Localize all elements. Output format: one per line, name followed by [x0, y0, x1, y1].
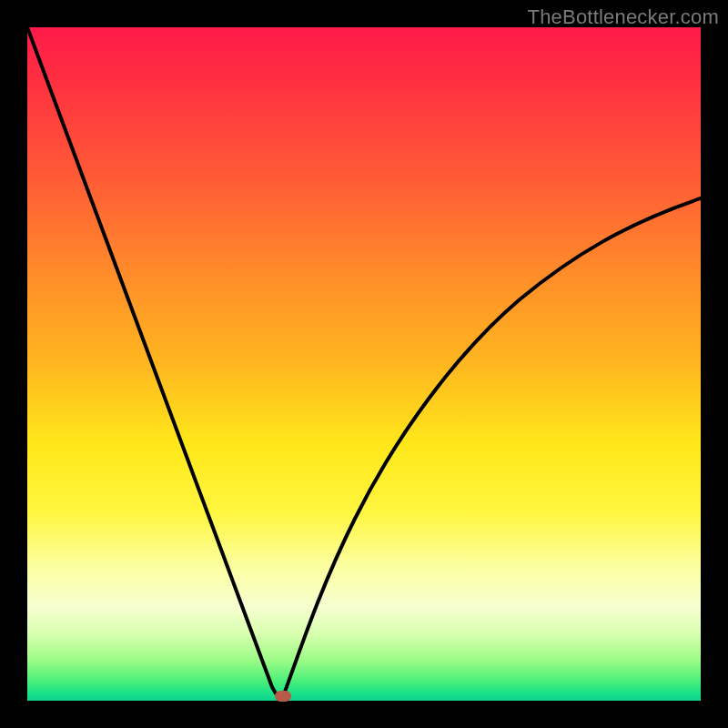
attribution-text: TheBottlenecker.com	[528, 5, 719, 29]
chart-container: TheBottlenecker.com	[0, 0, 728, 728]
bottleneck-curve-right	[284, 198, 701, 694]
vertex-marker	[275, 691, 291, 702]
plot-area	[27, 27, 701, 701]
curve-svg	[27, 27, 701, 701]
bottleneck-curve-left	[27, 27, 284, 694]
